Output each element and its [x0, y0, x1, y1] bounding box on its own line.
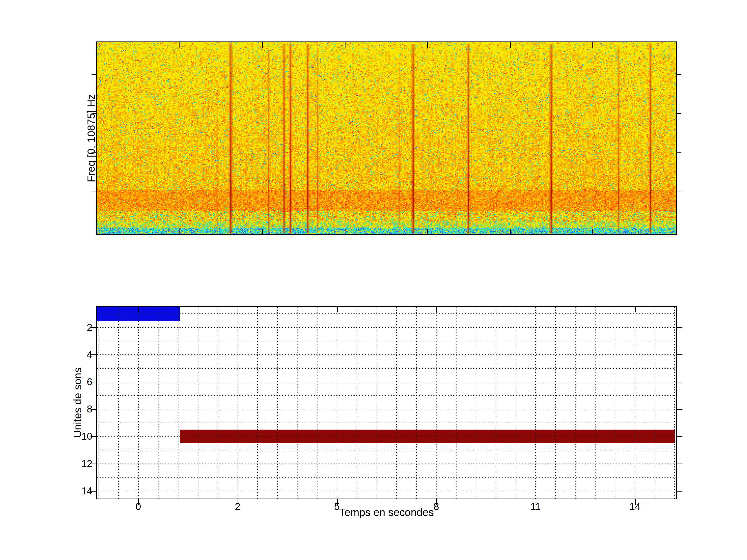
h-grid-line	[97, 463, 676, 464]
spec-x-tick-bottom	[427, 229, 428, 234]
spec-x-tick-bottom	[592, 229, 593, 234]
v-grid-line	[178, 307, 178, 499]
spec-y-tick-left	[92, 192, 96, 192]
v-grid-line	[416, 307, 417, 499]
v-grid-line	[595, 307, 595, 499]
v-grid-line	[535, 307, 536, 499]
spec-y-tick-left	[92, 74, 96, 75]
y-tick-label: 2	[67, 322, 92, 332]
x-tick-label: 2	[235, 502, 240, 511]
bar-chart-axes	[96, 306, 677, 499]
v-grid-line	[476, 307, 476, 499]
h-grid-line	[97, 477, 676, 478]
v-grid-line	[377, 307, 377, 499]
spec-x-tick-bottom	[510, 229, 511, 234]
y-tick-label: 14	[67, 486, 92, 496]
y-tick-label: 12	[67, 459, 92, 469]
x-tick-mirror	[536, 307, 536, 313]
y-tick-mirror	[677, 463, 682, 464]
v-grid-line	[635, 307, 635, 499]
x-tick-label: 14	[629, 502, 640, 511]
h-grid-line	[97, 354, 676, 355]
y-tick-label: 10	[67, 431, 92, 441]
v-grid-line	[297, 307, 298, 499]
x-tick-mirror	[337, 307, 338, 313]
spec-x-tick-top	[262, 42, 263, 48]
v-grid-line	[456, 307, 457, 499]
y-tick-mirror	[677, 436, 682, 437]
x-tick-mirror	[138, 307, 139, 313]
h-grid-line	[97, 327, 676, 328]
spec-x-tick-top	[345, 42, 345, 48]
v-grid-line	[496, 307, 496, 499]
v-grid-line	[357, 307, 357, 499]
h-grid-line	[97, 436, 676, 436]
h-grid-line	[97, 409, 676, 409]
v-grid-line	[257, 307, 258, 499]
v-grid-line	[238, 307, 238, 499]
spec-y-tick-right	[677, 192, 681, 192]
spectrogram-image	[97, 42, 676, 234]
v-grid-line	[655, 307, 655, 499]
y-tick-label: 4	[67, 350, 92, 359]
h-grid-line	[97, 341, 676, 341]
x-tick-label: 11	[531, 502, 541, 511]
h-grid-line	[97, 382, 676, 382]
spec-x-tick-top	[179, 42, 180, 48]
y-tick-mirror	[677, 354, 682, 355]
y-tick-mirror	[677, 327, 682, 328]
y-tick-mirror	[677, 491, 682, 491]
spec-x-tick-top	[510, 42, 511, 48]
spec-x-tick-bottom	[345, 229, 345, 234]
v-grid-line	[158, 307, 158, 499]
spec-y-tick-right	[677, 113, 681, 114]
y-tick-label: 6	[67, 377, 92, 387]
v-grid-line	[217, 307, 218, 499]
x-tick-label: 0	[135, 502, 141, 511]
v-grid-line	[99, 307, 99, 499]
y-tick-label: 8	[67, 404, 92, 414]
v-grid-line	[615, 307, 615, 499]
h-grid-line	[97, 423, 676, 423]
bar-chart-xlabel: Temps en secondes	[339, 507, 434, 518]
v-grid-line	[118, 307, 119, 499]
y-tick-mirror	[677, 382, 682, 382]
v-grid-line	[674, 307, 675, 499]
v-grid-line	[575, 307, 575, 499]
h-grid-line	[97, 491, 676, 491]
v-grid-line	[337, 307, 337, 499]
x-tick-mirror	[436, 307, 437, 313]
h-grid-line	[97, 450, 676, 450]
spectrogram-ylabel: Freq [0, 10875] Hz	[86, 94, 97, 182]
v-grid-line	[516, 307, 516, 499]
spec-x-tick-bottom	[179, 229, 180, 234]
spec-x-tick-top	[427, 42, 428, 48]
spec-y-tick-right	[677, 153, 681, 153]
matlab-figure: Freq [0, 10875] Hz Unites de sons Temps …	[0, 0, 747, 560]
y-tick-mirror	[677, 409, 682, 410]
spectrogram-axes	[96, 42, 677, 235]
v-grid-line	[198, 307, 199, 499]
v-grid-line	[317, 307, 317, 499]
v-grid-line	[396, 307, 397, 499]
x-tick-mirror	[238, 307, 238, 313]
x-tick-mirror	[635, 307, 636, 313]
x-tick-label: 5	[334, 502, 339, 511]
x-tick-label: 8	[433, 502, 439, 511]
spec-x-tick-top	[592, 42, 593, 48]
h-grid-line	[97, 368, 676, 369]
spec-x-tick-bottom	[262, 229, 263, 234]
v-grid-line	[277, 307, 278, 499]
h-grid-line	[97, 395, 676, 396]
spec-y-tick-right	[677, 74, 681, 75]
v-grid-line	[436, 307, 437, 499]
v-grid-line	[138, 307, 139, 499]
v-grid-line	[555, 307, 556, 499]
h-grid-line	[97, 314, 676, 314]
